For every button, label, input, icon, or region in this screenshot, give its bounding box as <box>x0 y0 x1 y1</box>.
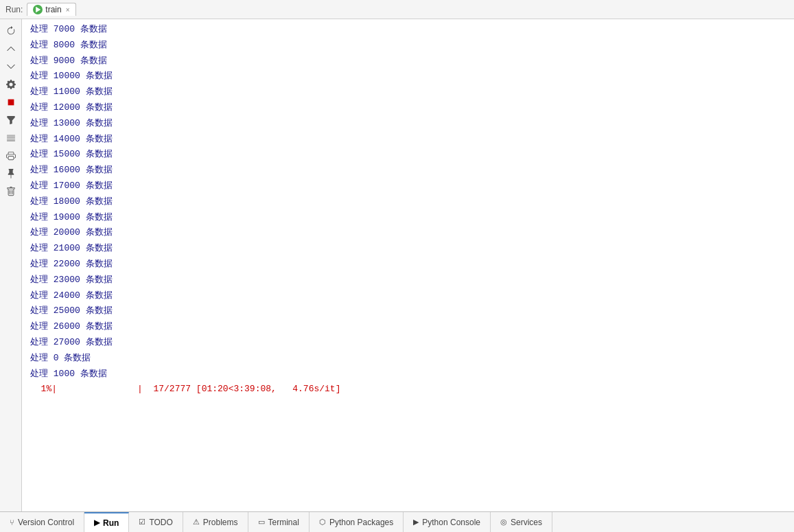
services-label: Services <box>511 518 542 527</box>
output-line: 处理 1000 条数据 <box>22 367 794 382</box>
output-line: 处理 20000 条数据 <box>22 225 794 241</box>
output-line: 处理 13000 条数据 <box>22 116 794 132</box>
run-icon: ▶ <box>94 518 100 527</box>
output-line: 处理 10000 条数据 <box>22 69 794 84</box>
run-bar: Run: train × <box>0 0 794 19</box>
bottom-tab-version-control[interactable]: ⑂Version Control <box>0 512 84 532</box>
output-line: 处理 27000 条数据 <box>22 335 794 351</box>
rerun-icon[interactable] <box>3 23 19 38</box>
bottom-tab-todo[interactable]: ☑TODO <box>129 512 183 532</box>
output-line: 处理 22000 条数据 <box>22 257 794 273</box>
output-line: 处理 0 条数据 <box>22 351 794 367</box>
bottom-tab-run[interactable]: ▶Run <box>84 512 129 532</box>
output-line: 处理 9000 条数据 <box>22 54 794 69</box>
run-tab-icon <box>33 5 43 14</box>
todo-icon: ☑ <box>139 518 145 527</box>
svg-marker-0 <box>36 7 41 12</box>
svg-rect-1 <box>8 100 14 106</box>
output-line: 处理 7000 条数据 <box>22 22 794 38</box>
output-line: 处理 26000 条数据 <box>22 319 794 335</box>
stop-icon[interactable] <box>3 95 19 110</box>
output-line: 处理 16000 条数据 <box>22 163 794 178</box>
output-line: 处理 17000 条数据 <box>22 178 794 194</box>
terminal-icon: ▭ <box>258 518 265 527</box>
problems-icon: ⚠ <box>193 518 200 527</box>
version-control-label: Version Control <box>18 518 74 527</box>
services-icon: ◎ <box>500 518 507 527</box>
pin-icon[interactable] <box>3 166 19 181</box>
output-line: 处理 11000 条数据 <box>22 84 794 100</box>
console-output: 处理 7000 条数据处理 8000 条数据处理 9000 条数据处理 1000… <box>22 19 794 511</box>
bottom-tab-python-packages[interactable]: ⬡Python Packages <box>310 512 404 532</box>
output-line: 处理 21000 条数据 <box>22 241 794 257</box>
output-line: 处理 14000 条数据 <box>22 132 794 148</box>
run-tab-name: train <box>45 5 61 14</box>
bottom-tab-services[interactable]: ◎Services <box>491 512 552 532</box>
scroll-up-icon[interactable] <box>3 41 19 56</box>
output-line: 处理 19000 条数据 <box>22 210 794 226</box>
filter-output-icon[interactable] <box>3 113 19 128</box>
python-console-icon: ▶ <box>413 518 419 527</box>
output-line: 处理 12000 条数据 <box>22 100 794 116</box>
run-tab[interactable]: train × <box>27 3 75 16</box>
output-line: 1%| | 17/2777 [01:20<3:39:08, 4.76s/it] <box>22 382 794 397</box>
bottom-tab-python-console[interactable]: ▶Python Console <box>404 512 491 532</box>
bottom-tab-problems[interactable]: ⚠Problems <box>183 512 248 532</box>
output-line: 处理 24000 条数据 <box>22 288 794 304</box>
python-console-label: Python Console <box>422 518 480 527</box>
print-icon[interactable] <box>3 148 19 163</box>
settings-icon[interactable] <box>3 77 19 92</box>
output-line: 处理 15000 条数据 <box>22 147 794 163</box>
bottom-tabs: ⑂Version Control▶Run☑TODO⚠Problems▭Termi… <box>0 511 794 532</box>
run-tab-close[interactable]: × <box>66 6 70 14</box>
output-line: 处理 23000 条数据 <box>22 273 794 288</box>
left-toolbar <box>0 19 22 511</box>
python-packages-icon: ⬡ <box>319 518 326 527</box>
problems-label: Problems <box>203 518 238 527</box>
todo-label: TODO <box>149 518 172 527</box>
output-line: 处理 25000 条数据 <box>22 303 794 319</box>
output-line: 处理 8000 条数据 <box>22 38 794 54</box>
python-packages-label: Python Packages <box>329 518 393 527</box>
run-label: Run: <box>5 5 23 14</box>
bottom-tab-terminal[interactable]: ▭Terminal <box>248 512 310 532</box>
version-control-icon: ⑂ <box>10 518 14 527</box>
terminal-label: Terminal <box>268 518 299 527</box>
main-area: 处理 7000 条数据处理 8000 条数据处理 9000 条数据处理 1000… <box>0 19 794 511</box>
run-label: Run <box>103 518 119 528</box>
delete-icon[interactable] <box>3 184 19 199</box>
output-line: 处理 18000 条数据 <box>22 194 794 210</box>
soft-wrap-icon[interactable] <box>3 130 19 146</box>
scroll-down-icon[interactable] <box>3 59 19 74</box>
